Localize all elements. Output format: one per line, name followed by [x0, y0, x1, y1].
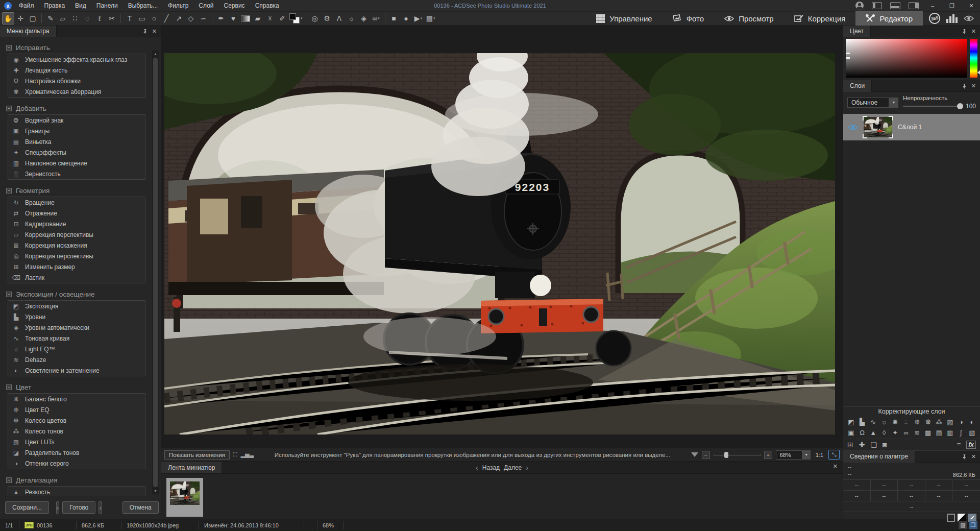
- filter-item[interactable]: ☸Колесо цветов: [8, 415, 145, 426]
- color-tab[interactable]: Цвет: [843, 26, 871, 37]
- adj-exposure-icon[interactable]: ◩: [846, 417, 856, 427]
- photo-image[interactable]: [164, 53, 835, 435]
- chevron-down-icon[interactable]: ▾: [433, 16, 435, 20]
- duplicate-layer-icon[interactable]: ❏: [870, 441, 877, 449]
- filter-item[interactable]: ◩Экспозиция: [8, 301, 145, 311]
- adj-color-balance-icon[interactable]: ≡: [901, 417, 911, 427]
- opacity-slider[interactable]: [903, 106, 962, 107]
- repair-tool[interactable]: ♥: [227, 12, 239, 25]
- back-button[interactable]: Назад: [482, 464, 500, 471]
- layer-visibility-eye-icon[interactable]: [848, 124, 858, 131]
- lasso-tool[interactable]: ℓ: [93, 12, 106, 25]
- chevron-down-icon[interactable]: ▾: [301, 16, 303, 20]
- close-icon[interactable]: ✕: [971, 83, 976, 89]
- gradient-tool[interactable]: [239, 12, 252, 25]
- ellipse-tool[interactable]: ○: [148, 12, 160, 25]
- acdsee-365-icon[interactable]: 365: [928, 12, 941, 25]
- chevron-down-icon[interactable]: ▼: [889, 98, 898, 108]
- close-button[interactable]: ✕: [966, 1, 977, 10]
- collapse-icon[interactable]: −: [6, 292, 12, 297]
- collapse-icon[interactable]: −: [6, 188, 12, 194]
- magic-select-tool[interactable]: ∷: [69, 12, 81, 25]
- saturation-value-picker[interactable]: [846, 39, 967, 78]
- settings-gear-icon[interactable]: ⚙: [321, 12, 333, 25]
- filter-item[interactable]: ▲Резкость: [8, 487, 145, 496]
- filter-menu-tab[interactable]: Меню фильтра: [0, 26, 57, 37]
- menu-file[interactable]: Файл: [14, 0, 39, 11]
- adj-vignette-icon[interactable]: ▤: [934, 428, 944, 438]
- palette-info-tab[interactable]: Сведения о палитре: [843, 451, 915, 463]
- zoom-dropdown-icon[interactable]: ▼: [802, 450, 811, 460]
- filter-item[interactable]: ↻Вращение: [8, 197, 145, 208]
- eraser-tool[interactable]: ▰: [252, 12, 264, 25]
- filter-item[interactable]: ∿Тоновая кривая: [8, 333, 145, 344]
- filter-section-header[interactable]: −Детализация: [6, 474, 145, 486]
- filter-section-header[interactable]: −Добавить: [6, 102, 145, 114]
- line-tool[interactable]: ╱: [160, 12, 173, 25]
- fill-icon[interactable]: ◈: [358, 12, 370, 25]
- restore-button[interactable]: ❐: [946, 1, 958, 10]
- fit-image-button[interactable]: ⤡: [828, 450, 840, 460]
- filmstrip-thumbnail[interactable]: [166, 478, 203, 517]
- filter-item[interactable]: ◑Оттенки серого: [8, 458, 145, 469]
- close-icon[interactable]: ✕: [833, 464, 838, 469]
- pin-icon[interactable]: [143, 29, 148, 34]
- adj-sharpen-icon[interactable]: ▲: [868, 428, 878, 438]
- foreground-color-swatch[interactable]: [289, 13, 296, 20]
- filter-item[interactable]: ✚Лечащая кисть: [8, 65, 145, 76]
- arrow-tool[interactable]: ↗: [173, 12, 185, 25]
- adj-color-wheel-icon[interactable]: ☸: [923, 417, 933, 427]
- split-preview-icon[interactable]: [958, 514, 966, 522]
- filter-item[interactable]: ⊠Коррекция искажения: [8, 240, 145, 251]
- editor-canvas[interactable]: [161, 26, 843, 448]
- knife-tool[interactable]: ☓: [264, 12, 276, 25]
- filter-item[interactable]: ΩНастройка обложки: [8, 76, 145, 86]
- layer-mask-icon[interactable]: ◙: [883, 441, 887, 449]
- zoom-out-button[interactable]: −: [702, 451, 710, 459]
- filter-item[interactable]: ▣Границы: [8, 126, 145, 136]
- back-chevron-icon[interactable]: ‹: [476, 463, 478, 472]
- filter-item[interactable]: ❉Цвет EQ: [8, 404, 145, 415]
- bulb-icon[interactable]: ☼: [346, 12, 358, 25]
- close-icon[interactable]: ✕: [152, 29, 157, 34]
- collapse-icon[interactable]: −: [6, 384, 12, 390]
- new-layer-icon[interactable]: ⊞: [847, 441, 853, 449]
- adj-tilt-shift-icon[interactable]: ▥: [945, 428, 955, 438]
- chevron-down-icon[interactable]: ▾: [378, 16, 380, 20]
- menu-layer[interactable]: Слой: [193, 0, 218, 11]
- tab-view[interactable]: Просмотр: [714, 11, 784, 26]
- adj-effects-icon[interactable]: ✦: [890, 428, 900, 438]
- filter-item[interactable]: ☼Light EQ™: [8, 344, 145, 354]
- adj-light-eq-icon[interactable]: ☼: [879, 417, 889, 427]
- scroll-up-icon[interactable]: ▲: [154, 51, 157, 57]
- close-icon[interactable]: ✕: [971, 454, 976, 460]
- tab-develop[interactable]: Коррекция: [784, 11, 856, 26]
- curve-tool[interactable]: ∽: [197, 12, 209, 25]
- hand-tool[interactable]: ✋: [2, 12, 14, 25]
- actual-size-button[interactable]: 1:1: [814, 452, 825, 458]
- zoom-value[interactable]: 68%: [776, 450, 802, 460]
- filter-section-header[interactable]: −Геометрия: [6, 184, 145, 197]
- layer-thumbnail[interactable]: [864, 117, 892, 137]
- filter-item[interactable]: ▥Наклонное смещение: [8, 158, 145, 168]
- filter-item[interactable]: ⇄Отражение: [8, 208, 145, 219]
- histogram-icon[interactable]: ▂▅▃: [241, 451, 254, 458]
- pin-icon[interactable]: [962, 454, 967, 460]
- apply-check-icon[interactable]: ✔: [968, 514, 976, 522]
- tab-manage[interactable]: Управление: [586, 11, 662, 26]
- rectangle-tool[interactable]: ▭: [136, 12, 148, 25]
- play-icon[interactable]: ▶▾: [412, 12, 425, 25]
- menu-view[interactable]: Вид: [70, 0, 91, 11]
- filter-item[interactable]: ❂Водяной знак: [8, 115, 145, 126]
- collapse-icon[interactable]: −: [6, 477, 12, 483]
- collapse-icon[interactable]: −: [6, 45, 12, 51]
- adj-levels-icon[interactable]: ▙: [857, 417, 867, 427]
- filter-item[interactable]: ◪Разделитель тонов: [8, 447, 145, 458]
- scroll-down-icon[interactable]: ▼: [154, 488, 157, 494]
- filter-item[interactable]: ▙Уровни: [8, 311, 145, 322]
- filter-item[interactable]: ◉Уменьшение эффекта красных глаз: [8, 54, 145, 65]
- adj-curves-icon[interactable]: ∫: [956, 428, 966, 438]
- layer-menu-icon[interactable]: ≡: [957, 441, 961, 449]
- filter-item[interactable]: ⊞Изменить размер: [8, 261, 145, 272]
- prev-button[interactable]: ‹: [56, 501, 59, 514]
